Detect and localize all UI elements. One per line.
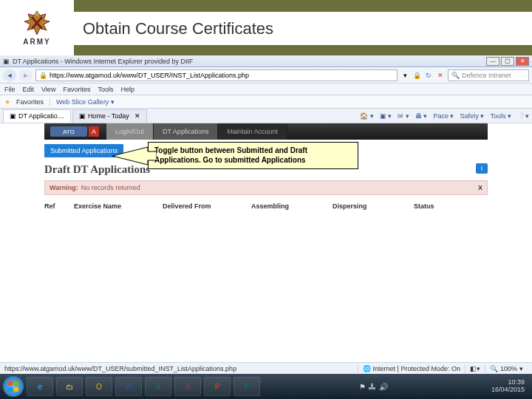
callout-arrow-icon	[112, 145, 157, 167]
search-icon: 🔍	[451, 72, 460, 79]
col-status: Status	[414, 202, 473, 210]
col-ref: Ref	[44, 202, 74, 210]
feeds-button[interactable]: ▣ ▾	[380, 112, 392, 120]
callout-line2: Applications. Go to submitted Applicatio…	[154, 156, 352, 166]
status-url: https://www.atgamod.uk/www/DT_USER/submi…	[4, 365, 329, 372]
nav-maintain-account[interactable]: Maintain Account	[218, 123, 287, 140]
nav-dt-applications[interactable]: DT Applications	[154, 123, 218, 140]
forward-button[interactable]: ►	[19, 69, 33, 81]
refresh-button[interactable]: ↻	[424, 71, 433, 80]
mail-button[interactable]: ✉ ▾	[398, 112, 409, 120]
ie-command-bar: 🏠 ▾ ▣ ▾ ✉ ▾ 🖶 ▾ Pace ▾ Safety ▾ Tools ▾ …	[360, 112, 529, 120]
table-header-row: Ref Exercise Name Delivered From Assembl…	[44, 201, 488, 211]
tray-volume-icon[interactable]: 🔊	[379, 383, 388, 391]
warning-text: No records returned	[81, 184, 140, 191]
taskbar-publisher[interactable]: P	[233, 377, 260, 396]
ie-menu-bar: File Edit View Favorites Tools Help	[0, 83, 532, 95]
taskbar-outlook[interactable]: O	[86, 377, 112, 396]
back-button[interactable]: ◄	[3, 69, 16, 81]
minimize-button[interactable]: —	[486, 57, 499, 66]
army-badge: ARMY	[0, 0, 74, 55]
tab-dt-applications[interactable]: ▣ DT Applicatio…	[3, 109, 71, 123]
home-button[interactable]: 🏠 ▾	[360, 112, 374, 120]
clock[interactable]: 10:39 16/04/2015	[491, 379, 529, 394]
tab-home-today[interactable]: ▣ Home - Today ✕	[72, 109, 147, 123]
taskbar-access[interactable]: A	[174, 377, 201, 396]
security-lock-icon: 🔒	[412, 71, 421, 80]
submitted-applications-toggle[interactable]: Submitted Applications	[44, 144, 123, 157]
taskbar-internet-explorer[interactable]: e	[27, 377, 53, 396]
lock-icon: 🔒	[39, 72, 47, 79]
close-button[interactable]: ✕	[516, 57, 529, 66]
globe-icon: 🌐	[363, 365, 371, 372]
svg-rect-4	[8, 387, 13, 392]
menu-help[interactable]: Help	[120, 86, 134, 93]
info-button[interactable]: i	[476, 163, 488, 174]
maximize-button[interactable]: ▢	[501, 57, 514, 66]
help-button[interactable]: ❔▾	[517, 112, 529, 120]
menu-file[interactable]: File	[4, 86, 16, 93]
system-tray[interactable]: ⚑ 🖧 🔊	[359, 383, 388, 391]
warning-label: Warning:	[50, 184, 78, 191]
tab-favicon-icon: ▣	[10, 112, 16, 120]
url-text: https://www.atgamod.uk/www/DT_USER/INST_…	[50, 72, 249, 79]
svg-rect-2	[8, 381, 13, 386]
col-delivered-from: Delivered From	[163, 202, 251, 210]
brand-badge[interactable]: A	[89, 126, 99, 137]
svg-rect-3	[14, 381, 18, 386]
tab-close-icon[interactable]: ✕	[134, 112, 140, 120]
windows-taskbar: e 🗀 O W X A P P ⚑ 🖧 🔊 10:39 16/04/2015	[0, 374, 532, 399]
app-nav-bar: ATG A Login/Out DT Applications Maintain…	[44, 123, 488, 140]
start-button[interactable]	[3, 376, 24, 397]
page-menu[interactable]: Pace ▾	[433, 112, 454, 120]
army-label: ARMY	[23, 38, 50, 46]
col-dispersing: Dispersing	[332, 202, 414, 210]
svg-point-0	[35, 13, 39, 16]
tools-menu[interactable]: Tools ▾	[490, 112, 511, 120]
nav-login[interactable]: Login/Out	[106, 123, 154, 140]
address-bar[interactable]: 🔒 https://www.atgamod.uk/www/DT_USER/INS…	[35, 69, 398, 81]
svg-rect-5	[14, 387, 18, 392]
favorites-label[interactable]: Favorites	[16, 98, 44, 106]
web-slice-link[interactable]: Web Slice Gallery ▾	[56, 98, 115, 106]
slide-header: ARMY Obtain Course Certificates	[0, 0, 532, 55]
brand-logo[interactable]: ATG	[50, 126, 87, 137]
col-exercise-name: Exercise Name	[74, 202, 163, 210]
search-placeholder: Defence Intranet	[462, 72, 511, 79]
page-title: Obtain Course Certificates	[83, 19, 273, 38]
dropdown-icon[interactable]: ▾	[400, 71, 409, 80]
favorites-star-icon[interactable]: ★	[4, 98, 10, 106]
tab-label: DT Applicatio…	[18, 112, 64, 120]
clock-date: 16/04/2015	[491, 386, 525, 394]
callout-line1: Toggle button between Submitted and Draf…	[154, 146, 352, 156]
zoom-control[interactable]: 🔍 100% ▾	[485, 365, 528, 372]
menu-view[interactable]: View	[41, 86, 55, 93]
taskbar-file-explorer[interactable]: 🗀	[56, 377, 83, 396]
taskbar-word[interactable]: W	[115, 377, 142, 396]
army-crest-icon	[21, 10, 52, 36]
menu-edit[interactable]: Edit	[23, 86, 35, 93]
taskbar-powerpoint[interactable]: P	[204, 377, 231, 396]
warning-close-button[interactable]: X	[478, 184, 482, 191]
windows-logo-icon	[7, 381, 19, 392]
tray-flag-icon[interactable]: ⚑	[359, 383, 366, 391]
menu-favorites[interactable]: Favorites	[63, 86, 90, 93]
ie-tab-bar: ▣ DT Applicatio… ▣ Home - Today ✕ 🏠 ▾ ▣ …	[0, 109, 532, 123]
search-input[interactable]: 🔍 Defence Intranet	[448, 69, 529, 81]
safety-menu[interactable]: Safety ▾	[460, 112, 484, 120]
status-mode[interactable]: ◧▾	[465, 365, 485, 372]
instruction-callout: Toggle button between Submitted and Draf…	[148, 142, 358, 169]
ie-window-titlebar: ▣ DT Applications - Windows Internet Exp…	[0, 55, 532, 67]
tab-label: Home - Today	[88, 112, 129, 120]
col-assembling: Assembling	[251, 202, 332, 210]
ie-status-bar: https://www.atgamod.uk/www/DT_USER/submi…	[0, 362, 532, 374]
stop-button[interactable]: ✕	[436, 71, 445, 80]
warning-message: Warning: No records returned X	[44, 180, 488, 195]
tray-network-icon[interactable]: 🖧	[369, 383, 376, 391]
print-button[interactable]: 🖶 ▾	[415, 112, 428, 120]
svg-marker-1	[112, 147, 157, 165]
taskbar-excel[interactable]: X	[145, 377, 171, 396]
status-zone: 🌐 Internet | Protected Mode: On	[358, 365, 465, 372]
menu-tools[interactable]: Tools	[98, 86, 113, 93]
page-favicon-icon: ▣	[3, 58, 10, 65]
